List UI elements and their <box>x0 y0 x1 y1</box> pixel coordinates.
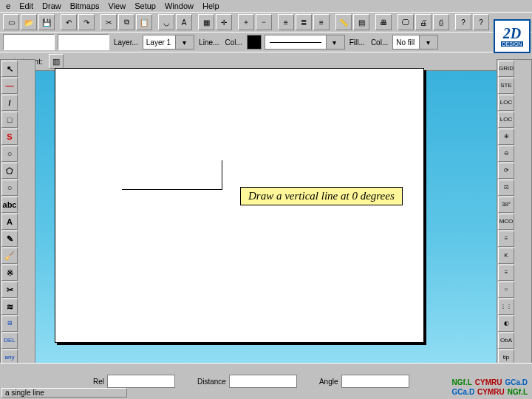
menu-file[interactable]: e <box>6 1 10 10</box>
tool-14[interactable]: ≋ <box>1 299 18 315</box>
property-bar: Layer... Layer 1▾ Line... Col... ▾ Fill.… <box>0 32 532 52</box>
app-logo: 2D DESIGN <box>494 19 531 53</box>
ruler-button[interactable]: 📏 <box>335 14 352 30</box>
rtool-7[interactable]: ⊡ <box>498 180 514 196</box>
footer-logos: NGf.LCYMRUGCa.D GCa.DCYMRUNGf.L <box>452 378 528 396</box>
menu-draw[interactable]: Draw <box>42 1 61 10</box>
line-color-swatch[interactable] <box>247 35 262 50</box>
printer2-button[interactable]: 🖨 <box>415 14 432 30</box>
text-button[interactable]: A <box>176 14 192 30</box>
rtool-13[interactable]: ○ <box>498 282 514 298</box>
tool-11[interactable]: 🧹 <box>1 248 18 264</box>
tool-7[interactable]: ○ <box>1 180 18 196</box>
prop-field-2[interactable] <box>58 34 109 50</box>
tool-1[interactable]: — <box>1 78 18 94</box>
menu-setup[interactable]: Setup <box>134 1 156 10</box>
distance-field[interactable] <box>229 375 297 388</box>
tool-3[interactable]: □ <box>1 112 18 128</box>
layer-combo[interactable]: Layer 1▾ <box>143 35 194 50</box>
gcad-logo-1: GCa.D <box>505 378 528 386</box>
rtool-14[interactable]: ⋮⋮ <box>498 299 514 315</box>
tool-4[interactable]: S <box>1 129 18 145</box>
menu-help[interactable]: Help <box>202 1 219 10</box>
line-button[interactable]: Line... <box>197 38 220 47</box>
copy-button[interactable]: ⧉ <box>118 14 134 30</box>
tool-10[interactable]: ✎ <box>1 231 18 247</box>
app-window: e Edit Draw Bitmaps View Setup Window He… <box>0 0 532 399</box>
prop-field-1[interactable] <box>3 34 55 50</box>
tool-0[interactable]: ↖ <box>1 61 18 77</box>
cymru-text-2: CYMRU <box>477 388 505 396</box>
distance-label: Distance <box>197 378 226 386</box>
layer-button[interactable]: Layer... <box>112 38 140 47</box>
tool-6[interactable]: ⬠ <box>1 163 18 179</box>
rtool-8[interactable]: 38° <box>498 197 514 213</box>
logo-text: 2D <box>503 27 521 40</box>
zoom-in-button[interactable]: ＋ <box>238 14 254 30</box>
undo-button[interactable]: ↶ <box>61 14 77 30</box>
what-button[interactable]: ? <box>473 14 489 30</box>
layers-button[interactable]: ▤ <box>353 14 369 30</box>
rtool-0[interactable]: GRID <box>498 61 514 77</box>
fillstyle-combo[interactable]: No fill▾ <box>392 35 438 50</box>
rtool-9[interactable]: MCO <box>498 214 514 230</box>
align-r-button[interactable]: ≡ <box>313 14 330 30</box>
save-button[interactable]: 💾 <box>38 14 55 30</box>
rtool-5[interactable]: ⊖ <box>498 146 514 162</box>
main-toolbar: ▭📂💾↶↷✂⧉📋◡A▦✛＋－≡≣≡📏▤🖶🖵🖨⎙?? <box>0 13 532 32</box>
left-toolbox: ↖—/□S○⬠○abcA✎🧹※✂≋⊞DELany <box>0 59 35 367</box>
menu-bitmaps[interactable]: Bitmaps <box>70 1 100 10</box>
angle-label: Angle <box>319 378 338 386</box>
rtool-1[interactable]: STE <box>498 78 514 94</box>
vertical-line <box>222 160 222 190</box>
line-color-button[interactable]: Col... <box>223 38 243 47</box>
arc-button[interactable]: ◡ <box>158 14 174 30</box>
ngfl-logo: NGf.L <box>452 378 472 386</box>
paste-button[interactable]: 📋 <box>136 14 152 30</box>
tool-16[interactable]: DEL <box>1 332 18 349</box>
grid-button[interactable]: ▦ <box>198 14 214 30</box>
help-button[interactable]: ? <box>455 14 471 30</box>
cymru-text-1: CYMRU <box>475 378 502 386</box>
menu-view[interactable]: View <box>109 1 126 10</box>
rtool-16[interactable]: ObA <box>498 332 514 349</box>
new-button[interactable]: ▭ <box>3 14 19 30</box>
gcad-logo-2: GCa.D <box>452 388 475 396</box>
cut-button[interactable]: ✂ <box>100 14 117 30</box>
instruction-callout: Draw a vertical line at 0 degrees <box>240 187 403 205</box>
redo-button[interactable]: ↷ <box>78 14 95 30</box>
menu-edit[interactable]: Edit <box>19 1 33 10</box>
tool-15[interactable]: ⊞ <box>1 316 18 332</box>
tool-13[interactable]: ✂ <box>1 282 18 298</box>
rtool-15[interactable]: ◐ <box>498 316 514 332</box>
rtool-3[interactable]: LOC <box>498 112 514 128</box>
snap-button[interactable]: ✛ <box>216 14 232 30</box>
chevron-down-icon: ▾ <box>326 35 344 49</box>
print-button[interactable]: 🖶 <box>375 14 392 30</box>
fill-button[interactable]: Fill... <box>348 38 366 47</box>
angle-field[interactable] <box>341 375 409 388</box>
rel-field[interactable] <box>107 375 175 388</box>
linestyle-combo[interactable]: ▾ <box>265 35 345 50</box>
coord-toggle-icon[interactable]: ▥ <box>49 54 64 69</box>
rtool-2[interactable]: LOC <box>498 95 514 111</box>
zoom-out-button[interactable]: － <box>256 14 272 30</box>
rtool-11[interactable]: K <box>498 248 514 264</box>
tool-12[interactable]: ※ <box>1 265 18 281</box>
rtool-12[interactable]: ≡ <box>498 265 514 281</box>
rtool-6[interactable]: ⟳ <box>498 163 514 179</box>
rtool-4[interactable]: ⊕ <box>498 129 514 145</box>
monitor-button[interactable]: 🖵 <box>398 14 414 30</box>
tool-8[interactable]: abc <box>1 197 18 213</box>
rtool-10[interactable]: ≡ <box>498 231 514 247</box>
drawing-canvas[interactable]: Draw a vertical line at 0 degrees <box>55 68 424 343</box>
plotter-button[interactable]: ⎙ <box>433 14 449 30</box>
menu-window[interactable]: Window <box>165 1 194 10</box>
fill-color-button[interactable]: Col... <box>369 38 389 47</box>
open-button[interactable]: 📂 <box>21 14 37 30</box>
align-c-button[interactable]: ≣ <box>296 14 312 30</box>
tool-2[interactable]: / <box>1 95 18 111</box>
tool-5[interactable]: ○ <box>1 146 18 162</box>
tool-9[interactable]: A <box>1 214 18 230</box>
align-l-button[interactable]: ≡ <box>278 14 294 30</box>
